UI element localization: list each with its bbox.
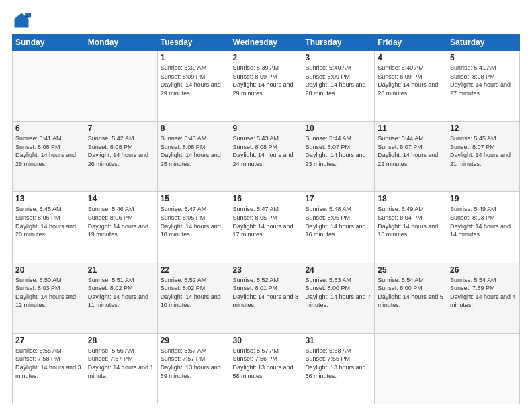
day-detail: Sunrise: 5:40 AM Sunset: 8:09 PM Dayligh… — [378, 64, 444, 97]
calendar-cell — [85, 51, 157, 122]
day-number: 21 — [88, 265, 154, 275]
calendar-week-row: 27Sunrise: 5:55 AM Sunset: 7:58 PM Dayli… — [13, 333, 520, 404]
calendar-cell: 10Sunrise: 5:44 AM Sunset: 8:07 PM Dayli… — [302, 122, 375, 192]
calendar-cell: 2Sunrise: 5:39 AM Sunset: 8:09 PM Daylig… — [230, 51, 302, 122]
day-detail: Sunrise: 5:57 AM Sunset: 7:57 PM Dayligh… — [161, 347, 227, 380]
weekday-header: Wednesday — [230, 34, 302, 51]
logo — [12, 11, 34, 30]
day-detail: Sunrise: 5:46 AM Sunset: 8:06 PM Dayligh… — [88, 205, 154, 238]
day-number: 11 — [378, 124, 444, 133]
day-detail: Sunrise: 5:44 AM Sunset: 8:07 PM Dayligh… — [378, 134, 444, 168]
weekday-header: Monday — [85, 34, 157, 51]
calendar-cell: 27Sunrise: 5:55 AM Sunset: 7:58 PM Dayli… — [13, 333, 85, 404]
day-detail: Sunrise: 5:47 AM Sunset: 8:05 PM Dayligh… — [161, 205, 227, 238]
day-number: 22 — [161, 265, 227, 275]
day-detail: Sunrise: 5:43 AM Sunset: 8:08 PM Dayligh… — [161, 134, 227, 168]
calendar-cell: 6Sunrise: 5:41 AM Sunset: 8:08 PM Daylig… — [13, 122, 85, 192]
day-number: 3 — [305, 53, 371, 62]
calendar-week-row: 1Sunrise: 5:39 AM Sunset: 8:09 PM Daylig… — [13, 51, 520, 122]
calendar-cell: 18Sunrise: 5:49 AM Sunset: 8:04 PM Dayli… — [375, 192, 447, 263]
day-detail: Sunrise: 5:52 AM Sunset: 8:01 PM Dayligh… — [233, 276, 300, 310]
day-detail: Sunrise: 5:40 AM Sunset: 8:09 PM Dayligh… — [305, 64, 371, 97]
weekday-header: Friday — [375, 34, 447, 51]
day-number: 27 — [15, 336, 82, 345]
day-number: 4 — [378, 53, 444, 62]
day-number: 1 — [161, 53, 227, 62]
calendar-cell: 14Sunrise: 5:46 AM Sunset: 8:06 PM Dayli… — [85, 192, 157, 263]
day-number: 24 — [305, 265, 371, 275]
calendar-cell: 30Sunrise: 5:57 AM Sunset: 7:56 PM Dayli… — [230, 333, 302, 404]
day-number: 26 — [450, 265, 517, 275]
calendar-cell: 15Sunrise: 5:47 AM Sunset: 8:05 PM Dayli… — [157, 192, 230, 263]
day-detail: Sunrise: 5:58 AM Sunset: 7:55 PM Dayligh… — [305, 347, 371, 380]
day-detail: Sunrise: 5:54 AM Sunset: 8:00 PM Dayligh… — [378, 276, 444, 310]
weekday-header: Saturday — [447, 34, 520, 51]
day-detail: Sunrise: 5:39 AM Sunset: 8:09 PM Dayligh… — [161, 64, 227, 97]
calendar-cell: 4Sunrise: 5:40 AM Sunset: 8:09 PM Daylig… — [375, 51, 447, 122]
day-detail: Sunrise: 5:52 AM Sunset: 8:02 PM Dayligh… — [161, 276, 227, 310]
calendar-cell: 8Sunrise: 5:43 AM Sunset: 8:08 PM Daylig… — [157, 122, 230, 192]
day-detail: Sunrise: 5:54 AM Sunset: 7:59 PM Dayligh… — [450, 276, 517, 310]
day-detail: Sunrise: 5:53 AM Sunset: 8:00 PM Dayligh… — [305, 276, 371, 310]
calendar-cell: 5Sunrise: 5:41 AM Sunset: 8:08 PM Daylig… — [447, 51, 520, 122]
calendar-cell — [13, 51, 85, 122]
calendar: SundayMondayTuesdayWednesdayThursdayFrid… — [12, 34, 520, 404]
calendar-cell: 31Sunrise: 5:58 AM Sunset: 7:55 PM Dayli… — [302, 333, 375, 404]
calendar-cell: 21Sunrise: 5:51 AM Sunset: 8:02 PM Dayli… — [85, 263, 157, 333]
calendar-week-row: 20Sunrise: 5:50 AM Sunset: 8:03 PM Dayli… — [13, 263, 520, 333]
day-number: 6 — [15, 124, 82, 133]
calendar-cell: 1Sunrise: 5:39 AM Sunset: 8:09 PM Daylig… — [157, 51, 230, 122]
day-detail: Sunrise: 5:41 AM Sunset: 8:08 PM Dayligh… — [450, 64, 517, 97]
day-detail: Sunrise: 5:56 AM Sunset: 7:57 PM Dayligh… — [88, 347, 154, 380]
calendar-cell: 26Sunrise: 5:54 AM Sunset: 7:59 PM Dayli… — [447, 263, 520, 333]
day-number: 12 — [450, 124, 517, 133]
day-number: 23 — [233, 265, 300, 275]
calendar-cell — [447, 333, 520, 404]
calendar-cell: 25Sunrise: 5:54 AM Sunset: 8:00 PM Dayli… — [375, 263, 447, 333]
weekday-header: Sunday — [13, 34, 85, 51]
day-detail: Sunrise: 5:45 AM Sunset: 8:06 PM Dayligh… — [15, 205, 82, 238]
calendar-cell: 9Sunrise: 5:43 AM Sunset: 8:08 PM Daylig… — [230, 122, 302, 192]
calendar-body: 1Sunrise: 5:39 AM Sunset: 8:09 PM Daylig… — [13, 51, 520, 404]
day-detail: Sunrise: 5:49 AM Sunset: 8:03 PM Dayligh… — [450, 205, 517, 238]
day-detail: Sunrise: 5:47 AM Sunset: 8:05 PM Dayligh… — [233, 205, 300, 238]
calendar-week-row: 6Sunrise: 5:41 AM Sunset: 8:08 PM Daylig… — [13, 122, 520, 192]
day-detail: Sunrise: 5:50 AM Sunset: 8:03 PM Dayligh… — [15, 276, 82, 310]
calendar-cell: 19Sunrise: 5:49 AM Sunset: 8:03 PM Dayli… — [447, 192, 520, 263]
day-number: 13 — [15, 194, 82, 203]
day-detail: Sunrise: 5:41 AM Sunset: 8:08 PM Dayligh… — [15, 134, 82, 168]
day-detail: Sunrise: 5:44 AM Sunset: 8:07 PM Dayligh… — [305, 134, 371, 168]
day-detail: Sunrise: 5:57 AM Sunset: 7:56 PM Dayligh… — [233, 347, 300, 380]
calendar-cell: 20Sunrise: 5:50 AM Sunset: 8:03 PM Dayli… — [13, 263, 85, 333]
day-number: 15 — [161, 194, 227, 203]
calendar-cell: 28Sunrise: 5:56 AM Sunset: 7:57 PM Dayli… — [85, 333, 157, 404]
day-detail: Sunrise: 5:48 AM Sunset: 8:05 PM Dayligh… — [305, 205, 371, 238]
calendar-cell: 24Sunrise: 5:53 AM Sunset: 8:00 PM Dayli… — [302, 263, 375, 333]
day-detail: Sunrise: 5:39 AM Sunset: 8:09 PM Dayligh… — [233, 64, 300, 97]
day-number: 20 — [15, 265, 82, 275]
day-number: 19 — [450, 194, 517, 203]
day-number: 7 — [88, 124, 154, 133]
day-detail: Sunrise: 5:42 AM Sunset: 8:08 PM Dayligh… — [88, 134, 154, 168]
day-number: 16 — [233, 194, 300, 203]
calendar-cell — [375, 333, 447, 404]
calendar-cell: 12Sunrise: 5:45 AM Sunset: 8:07 PM Dayli… — [447, 122, 520, 192]
day-number: 29 — [161, 336, 227, 345]
page: SundayMondayTuesdayWednesdayThursdayFrid… — [0, 0, 532, 411]
day-detail: Sunrise: 5:51 AM Sunset: 8:02 PM Dayligh… — [88, 276, 154, 310]
header — [12, 11, 520, 30]
calendar-week-row: 13Sunrise: 5:45 AM Sunset: 8:06 PM Dayli… — [13, 192, 520, 263]
day-number: 31 — [305, 336, 371, 345]
day-detail: Sunrise: 5:55 AM Sunset: 7:58 PM Dayligh… — [15, 347, 82, 380]
calendar-cell: 11Sunrise: 5:44 AM Sunset: 8:07 PM Dayli… — [375, 122, 447, 192]
day-number: 10 — [305, 124, 371, 133]
day-number: 25 — [378, 265, 444, 275]
logo-icon — [12, 11, 31, 30]
calendar-cell: 23Sunrise: 5:52 AM Sunset: 8:01 PM Dayli… — [230, 263, 302, 333]
calendar-header: SundayMondayTuesdayWednesdayThursdayFrid… — [13, 34, 520, 51]
day-detail: Sunrise: 5:49 AM Sunset: 8:04 PM Dayligh… — [378, 205, 444, 238]
calendar-cell: 17Sunrise: 5:48 AM Sunset: 8:05 PM Dayli… — [302, 192, 375, 263]
calendar-cell: 22Sunrise: 5:52 AM Sunset: 8:02 PM Dayli… — [157, 263, 230, 333]
day-number: 28 — [88, 336, 154, 345]
day-number: 18 — [378, 194, 444, 203]
